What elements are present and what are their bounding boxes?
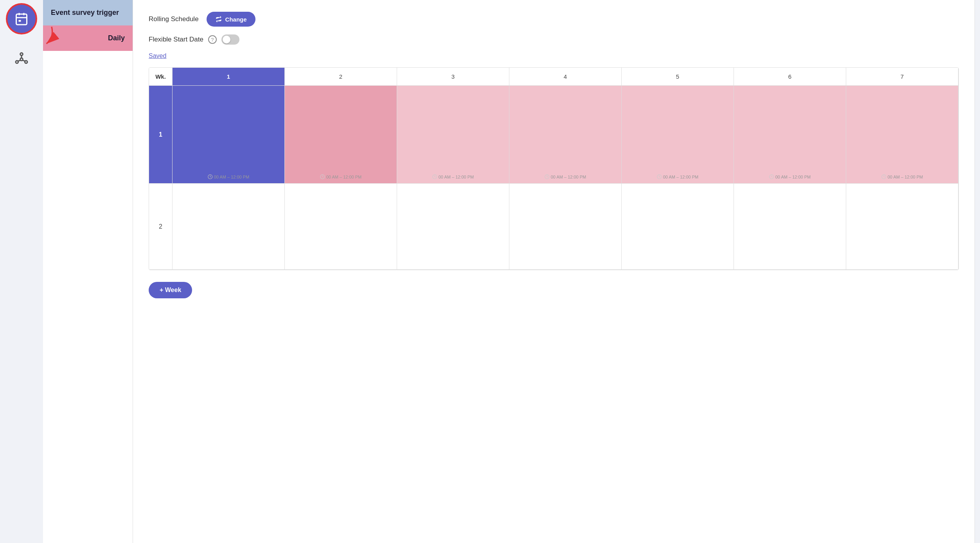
- clock-icon: [657, 174, 662, 179]
- event-trigger-label: Event survey trigger: [51, 9, 119, 16]
- change-icon: [215, 16, 222, 23]
- svg-line-11: [18, 60, 21, 61]
- week-2-label: 2: [149, 184, 173, 270]
- week1-day2-time: 00 AM – 12:00 PM: [320, 174, 362, 179]
- calendar-week-1-row: 1 00 AM – 12:00 PM 00 AM – 12:00 PM 00 A…: [149, 86, 958, 184]
- header-day-1: 1: [173, 68, 285, 86]
- week1-day6-cell[interactable]: 00 AM – 12:00 PM: [734, 86, 846, 184]
- svg-point-9: [20, 58, 23, 61]
- week-1-label: 1: [149, 86, 173, 184]
- nav-panel: Event survey trigger Daily: [43, 0, 133, 543]
- week1-day7-cell[interactable]: 00 AM – 12:00 PM: [846, 86, 958, 184]
- calendar-header: Wk. 1 2 3 4 5 6 7: [149, 68, 958, 86]
- week1-day6-time: 00 AM – 12:00 PM: [769, 174, 811, 179]
- week1-day5-time: 00 AM – 12:00 PM: [657, 174, 699, 179]
- svg-point-7: [16, 61, 18, 63]
- svg-point-8: [25, 61, 27, 63]
- flexible-start-label: Flexible Start Date: [149, 36, 203, 43]
- calendar-icon: [14, 12, 29, 26]
- flexible-start-date-row: Flexible Start Date ?: [149, 34, 959, 45]
- flexible-start-toggle[interactable]: [221, 34, 239, 45]
- main-content: Rolling Schedule Change Flexible Start D…: [133, 0, 975, 543]
- calendar-icon-button[interactable]: [6, 3, 37, 34]
- svg-point-6: [20, 53, 23, 56]
- week1-day3-time: 00 AM – 12:00 PM: [432, 174, 474, 179]
- calendar-week-2-row: 2: [149, 184, 958, 270]
- week2-day1-cell[interactable]: [173, 184, 285, 270]
- flexible-start-help-icon[interactable]: ?: [208, 35, 217, 44]
- week2-day4-cell[interactable]: [509, 184, 622, 270]
- header-day-3: 3: [397, 68, 509, 86]
- week2-day7-cell[interactable]: [846, 184, 958, 270]
- svg-rect-0: [16, 14, 27, 25]
- daily-label: Daily: [108, 34, 125, 42]
- network-icon-button[interactable]: [13, 50, 30, 67]
- change-button[interactable]: Change: [207, 12, 255, 27]
- week1-day1-time: 00 AM – 12:00 PM: [208, 174, 250, 179]
- saved-link[interactable]: Saved: [149, 52, 166, 60]
- calendar-grid: Wk. 1 2 3 4 5 6 7 1 00 AM – 12:00 PM: [149, 67, 959, 270]
- right-border: [975, 0, 980, 543]
- add-week-button[interactable]: + Week: [149, 282, 192, 298]
- clock-icon: [208, 174, 213, 179]
- week1-day1-cell[interactable]: 00 AM – 12:00 PM: [173, 86, 285, 184]
- header-day-7: 7: [846, 68, 958, 86]
- nav-item-event-survey-trigger[interactable]: Event survey trigger: [43, 0, 133, 25]
- header-day-5: 5: [622, 68, 734, 86]
- week1-day4-time: 00 AM – 12:00 PM: [545, 174, 586, 179]
- add-week-label: + Week: [160, 287, 181, 294]
- rolling-schedule-label: Rolling Schedule: [149, 15, 199, 23]
- week1-day4-cell[interactable]: 00 AM – 12:00 PM: [509, 86, 622, 184]
- week2-day3-cell[interactable]: [397, 184, 509, 270]
- header-day-4: 4: [509, 68, 622, 86]
- week1-day3-cell[interactable]: 00 AM – 12:00 PM: [397, 86, 509, 184]
- header-day-6: 6: [734, 68, 846, 86]
- clock-icon: [432, 174, 437, 179]
- sidebar: [0, 0, 43, 543]
- nav-item-daily[interactable]: Daily: [43, 25, 133, 51]
- clock-icon: [769, 174, 774, 179]
- svg-rect-4: [19, 20, 21, 22]
- network-icon: [14, 51, 29, 67]
- header-day-2: 2: [285, 68, 397, 86]
- clock-icon: [545, 174, 550, 179]
- header-wk: Wk.: [149, 68, 173, 86]
- svg-line-12: [23, 60, 25, 61]
- toggle-knob: [223, 36, 230, 43]
- week2-day6-cell[interactable]: [734, 184, 846, 270]
- week1-day7-time: 00 AM – 12:00 PM: [881, 174, 923, 179]
- rolling-schedule-row: Rolling Schedule Change: [149, 12, 959, 27]
- week2-day2-cell[interactable]: [285, 184, 397, 270]
- clock-icon: [881, 174, 886, 179]
- week1-day5-cell[interactable]: 00 AM – 12:00 PM: [622, 86, 734, 184]
- week1-day2-cell[interactable]: 00 AM – 12:00 PM: [285, 86, 397, 184]
- change-button-label: Change: [225, 16, 247, 23]
- week2-day5-cell[interactable]: [622, 184, 734, 270]
- clock-icon: [320, 174, 325, 179]
